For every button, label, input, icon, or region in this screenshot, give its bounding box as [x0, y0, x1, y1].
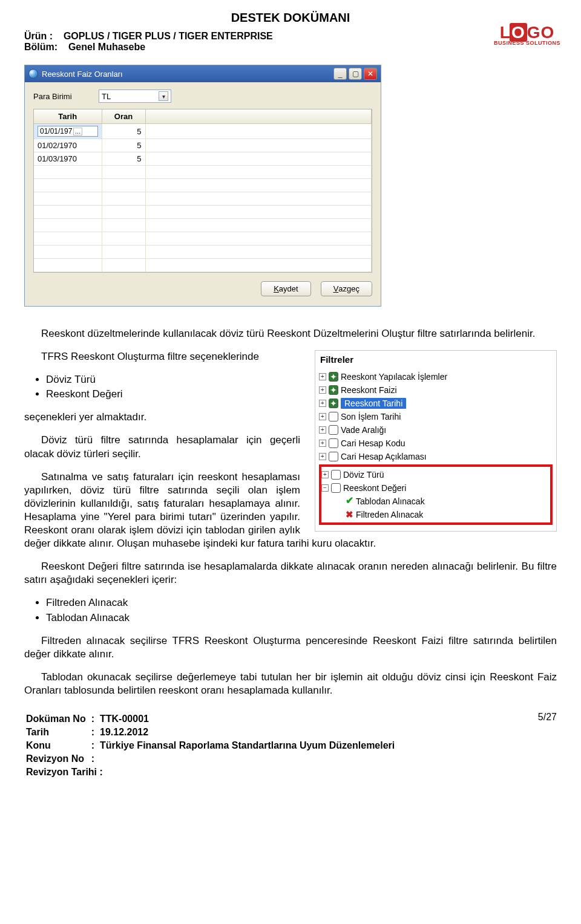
- table-row[interactable]: [34, 246, 372, 259]
- filter-sub-item[interactable]: Filtreden Alınacak: [356, 509, 423, 520]
- page-number: 5/27: [538, 712, 557, 779]
- filter-item[interactable]: Döviz Türü: [343, 469, 384, 480]
- list-item: Filtreden Alınacak: [46, 596, 557, 610]
- docno-label: Doküman No: [25, 713, 90, 725]
- checkbox-icon[interactable]: [329, 425, 338, 435]
- table-row[interactable]: [34, 206, 372, 219]
- checkbox-icon[interactable]: [331, 470, 341, 480]
- section-value: Genel Muhasebe: [68, 42, 145, 52]
- rate-cell[interactable]: 5: [102, 139, 145, 152]
- highlight-box: +Döviz Türü −Reeskont Değeri ✔Tablodan A…: [319, 464, 553, 525]
- currency-label: Para Birimi: [33, 92, 82, 101]
- filter-item[interactable]: Vade Aralığı: [341, 425, 386, 435]
- minimize-button[interactable]: _: [333, 68, 347, 80]
- table-row[interactable]: [34, 219, 372, 232]
- table-row[interactable]: 01/03/1970 5: [34, 152, 372, 166]
- col-empty: [145, 109, 372, 124]
- filter-item[interactable]: Son İşlem Tarihi: [341, 411, 401, 422]
- date-input[interactable]: 01/01/197 …: [38, 126, 98, 137]
- checkbox-icon[interactable]: ✦: [329, 385, 338, 395]
- paragraph: Filtreden alınacak seçilirse TFRS Reesko…: [24, 634, 557, 661]
- checkbox-icon[interactable]: [331, 483, 341, 493]
- expand-icon[interactable]: +: [319, 400, 326, 407]
- date-value: 19.12.2012: [100, 727, 148, 737]
- cancel-button[interactable]: Vazgeç: [321, 281, 372, 296]
- topic-label: Konu: [25, 740, 90, 752]
- revno-label: Revizyon No: [25, 753, 90, 765]
- window-title: Reeskont Faiz Oranları: [42, 70, 123, 79]
- filter-item[interactable]: Cari Hesap Açıklaması: [341, 451, 427, 462]
- filter-item[interactable]: Cari Hesap Kodu: [341, 438, 405, 449]
- currency-select[interactable]: TL ▾: [99, 89, 171, 103]
- document-title: DESTEK DOKÜMANI: [24, 11, 557, 25]
- expand-icon[interactable]: +: [319, 413, 326, 420]
- maximize-button[interactable]: ▢: [349, 68, 362, 80]
- revdate-label: Revizyon Tarihi :: [25, 766, 395, 778]
- expand-icon[interactable]: +: [321, 471, 329, 478]
- filter-item[interactable]: Reeskont Yapılacak İşlemler: [341, 371, 447, 382]
- col-date[interactable]: Tarih: [34, 109, 102, 124]
- table-row[interactable]: [34, 232, 372, 246]
- expand-icon[interactable]: +: [319, 426, 326, 434]
- expand-icon[interactable]: +: [319, 453, 326, 460]
- table-row[interactable]: [34, 179, 372, 192]
- cross-icon: ✖: [346, 509, 353, 521]
- date-label: Tarih: [25, 726, 90, 738]
- close-button[interactable]: ✕: [364, 68, 377, 80]
- brand-tagline: BUSINESS SOLUTIONS: [494, 40, 560, 46]
- date-cell[interactable]: 01/03/1970: [34, 152, 102, 166]
- topic-value: Türkiye Finansal Raporlama Standartların…: [99, 740, 395, 752]
- collapse-icon[interactable]: −: [321, 484, 329, 492]
- paragraph: Reeskont düzeltmelerinde kullanılacak dö…: [24, 327, 557, 340]
- checkbox-icon[interactable]: ✦: [329, 399, 338, 408]
- checkbox-icon[interactable]: [329, 452, 338, 461]
- filter-item[interactable]: Reeskont Değeri: [343, 483, 406, 493]
- rate-cell[interactable]: 5: [102, 152, 145, 166]
- checkbox-icon[interactable]: ✦: [329, 372, 338, 382]
- expand-icon[interactable]: +: [319, 440, 326, 447]
- date-value: 01/01/197: [40, 127, 72, 135]
- filter-item[interactable]: Reeskont Faizi: [341, 385, 397, 395]
- filter-sub-item[interactable]: Tablodan Alınacak: [356, 496, 425, 507]
- brand-logo: LOGO BUSINESS SOLUTIONS: [494, 23, 560, 46]
- filter-item-selected[interactable]: Reeskont Tarihi: [341, 398, 406, 409]
- list-item: Tablodan Alınacak: [46, 611, 557, 625]
- table-row[interactable]: 01/01/197 … 5: [34, 124, 372, 139]
- product-value: GOPLUS / TIGER PLUS / TIGER ENTERPRISE: [64, 31, 273, 41]
- rates-grid[interactable]: Tarih Oran 01/01/197 … 5: [33, 109, 372, 273]
- window-icon: [28, 69, 38, 79]
- rates-window: Reeskont Faiz Oranları _ ▢ ✕ Para Birimi…: [24, 65, 381, 307]
- date-picker-icon[interactable]: …: [73, 128, 82, 135]
- date-cell[interactable]: 01/02/1970: [34, 139, 102, 152]
- currency-value: TL: [102, 92, 111, 101]
- docno-value: TTK-00001: [100, 714, 149, 724]
- save-button[interactable]: Kaydet: [261, 281, 310, 296]
- paragraph: Reeskont Değeri filtre satırında ise hes…: [24, 560, 557, 587]
- filters-panel: Filtreler +✦Reeskont Yapılacak İşlemler …: [315, 350, 557, 532]
- doc-footer: Doküman No : TTK-00001 Tarih : 19.12.201…: [24, 712, 396, 779]
- product-label: Ürün :: [24, 31, 53, 41]
- checkbox-icon[interactable]: [329, 438, 338, 448]
- expand-icon[interactable]: +: [319, 373, 326, 380]
- checkbox-icon[interactable]: [329, 412, 338, 421]
- table-row[interactable]: [34, 166, 372, 179]
- rate-cell[interactable]: 5: [102, 124, 145, 139]
- table-row[interactable]: 01/02/1970 5: [34, 139, 372, 152]
- paragraph: Tablodan okunacak seçilirse değerlemeye …: [24, 671, 557, 697]
- filters-title: Filtreler: [315, 351, 556, 369]
- table-row[interactable]: [34, 259, 372, 272]
- check-icon: ✔: [346, 495, 353, 507]
- dropdown-icon[interactable]: ▾: [159, 91, 168, 101]
- col-rate[interactable]: Oran: [102, 109, 145, 124]
- expand-icon[interactable]: +: [319, 386, 326, 394]
- table-row[interactable]: [34, 192, 372, 206]
- window-titlebar[interactable]: Reeskont Faiz Oranları _ ▢ ✕: [25, 65, 381, 82]
- section-label: Bölüm:: [24, 42, 57, 52]
